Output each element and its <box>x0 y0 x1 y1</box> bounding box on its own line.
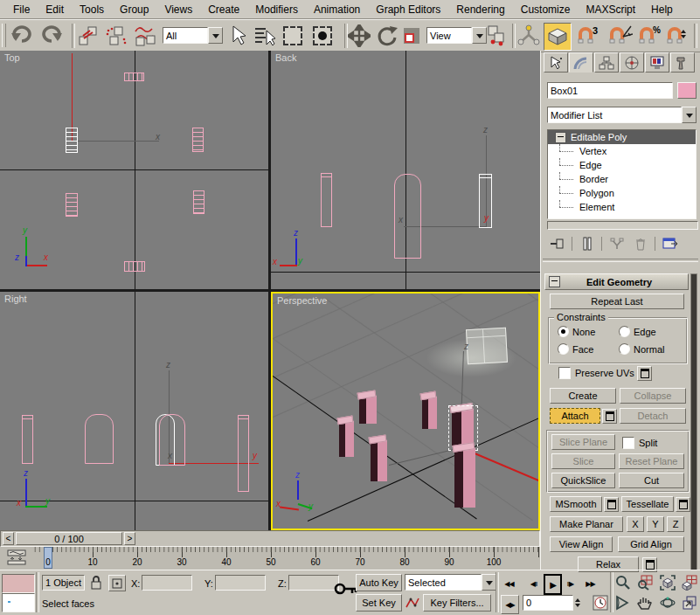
select-and-move-button[interactable] <box>348 24 371 47</box>
zoom-button[interactable] <box>613 574 632 591</box>
stack-subitem-vertex[interactable]: Vertex <box>548 144 696 158</box>
slice-plane-button[interactable]: Slice Plane <box>551 434 615 450</box>
unlink-selection-button[interactable] <box>105 25 128 46</box>
cut-button[interactable]: Cut <box>619 473 684 488</box>
tessellate-settings-button[interactable] <box>676 497 690 512</box>
angle-snap-toggle[interactable] <box>608 25 633 45</box>
next-frame-button[interactable]: ‖▶ <box>562 575 579 592</box>
zoom-all-button[interactable] <box>635 574 654 591</box>
msmooth-settings-button[interactable] <box>604 497 619 512</box>
scene-box[interactable] <box>66 193 78 217</box>
set-keys-button[interactable] <box>334 581 358 597</box>
selection-filter-arrow[interactable] <box>208 27 223 44</box>
bind-to-space-warp-button[interactable] <box>133 24 157 47</box>
panel-scrollbar[interactable] <box>690 273 697 570</box>
viewport-back-label[interactable]: Back <box>275 52 296 63</box>
scene-box-selected[interactable] <box>479 174 492 228</box>
viewport-top-label[interactable]: Top <box>4 52 20 63</box>
arc-rotate-button[interactable] <box>658 594 676 612</box>
collapse-button[interactable]: Collapse <box>620 388 686 404</box>
tab-motion[interactable] <box>620 52 644 73</box>
attach-settings-button[interactable] <box>602 409 617 424</box>
key-mode-dropdown[interactable]: Selected <box>405 574 496 591</box>
object-name-field[interactable]: Box01 <box>547 82 673 99</box>
stack-subitem-border[interactable]: Border <box>548 172 696 186</box>
go-to-end-button[interactable]: ▶▶ <box>582 575 599 592</box>
tessellate-button[interactable]: Tessellate <box>621 496 674 512</box>
configure-modifier-sets-button[interactable] <box>661 235 679 252</box>
toolbar-grip[interactable] <box>2 24 6 47</box>
gizmo-x-axis[interactable] <box>72 141 159 142</box>
scene-box[interactable] <box>85 414 114 464</box>
scene-box[interactable] <box>124 73 144 81</box>
window-crossing-toggle[interactable] <box>313 26 332 45</box>
menu-customize[interactable]: Customize <box>513 1 579 18</box>
rollout-edit-geometry-header[interactable]: Edit Geometry <box>544 273 689 290</box>
pin-stack-button[interactable] <box>548 235 566 252</box>
detach-button[interactable]: Detach <box>620 408 686 424</box>
stack-subitem-element[interactable]: Element <box>548 200 696 214</box>
coord-system-arrow[interactable] <box>472 27 487 44</box>
time-slider-handle[interactable]: 0 / 100 <box>16 532 122 545</box>
split-checkbox[interactable]: Split <box>622 437 657 449</box>
menu-edit[interactable]: Edit <box>38 1 72 18</box>
time-next-button[interactable]: > <box>124 532 135 545</box>
scene-box[interactable] <box>159 414 185 466</box>
scene-box-3d[interactable] <box>371 440 387 481</box>
scene-box[interactable] <box>192 128 204 152</box>
select-and-manipulate-button[interactable] <box>517 24 540 47</box>
select-object-button[interactable] <box>227 25 246 46</box>
tab-hierarchy[interactable] <box>594 52 619 73</box>
menu-rendering[interactable]: Rendering <box>448 1 512 18</box>
y-coord-field[interactable] <box>215 575 266 591</box>
scene-box[interactable] <box>321 173 332 227</box>
selection-lock-toggle[interactable] <box>89 575 103 591</box>
grid-align-button[interactable]: Grid Align <box>618 536 684 552</box>
time-slider-track[interactable]: < 0 / 100 > <box>0 530 540 547</box>
percent-snap-toggle[interactable]: % <box>638 25 661 45</box>
tab-create[interactable] <box>544 52 568 73</box>
create-button[interactable]: Create <box>550 388 616 404</box>
select-by-name-button[interactable] <box>253 25 276 46</box>
spinner-snap-toggle[interactable] <box>666 25 686 45</box>
remove-modifier-button[interactable] <box>631 235 649 252</box>
key-mode-arrow[interactable] <box>482 574 496 591</box>
stack-item-editable-poly[interactable]: Editable Poly <box>548 130 696 144</box>
stack-subitem-edge[interactable]: Edge <box>548 158 696 172</box>
scene-box-3d[interactable] <box>339 421 354 457</box>
object-color-swatch[interactable] <box>677 82 697 99</box>
scene-box[interactable] <box>22 415 33 464</box>
set-key-button[interactable]: Set Key <box>356 594 402 612</box>
select-and-rotate-button[interactable] <box>376 24 399 47</box>
zoom-extents-button[interactable] <box>658 574 676 591</box>
select-and-scale-button[interactable] <box>402 26 421 45</box>
menu-file[interactable]: File <box>5 1 38 18</box>
make-planar-y-button[interactable]: Y <box>647 516 664 532</box>
make-planar-z-button[interactable]: Z <box>667 516 684 532</box>
view-align-button[interactable]: View Align <box>550 536 613 552</box>
preserve-uvs-settings-button[interactable] <box>637 366 652 381</box>
repeat-last-button[interactable]: Repeat Last <box>550 294 684 309</box>
menu-help[interactable]: Help <box>643 1 681 18</box>
track-ruler[interactable]: 0 10 20 30 40 50 60 70 80 90 100 <box>33 547 540 570</box>
menu-tools[interactable]: Tools <box>72 1 112 18</box>
rectangular-selection-region-button[interactable] <box>283 26 302 45</box>
viewport-top[interactable]: Top x y z x <box>0 51 268 289</box>
maxscript-macro-recorder[interactable] <box>2 574 35 593</box>
scene-box-3d[interactable] <box>454 448 475 508</box>
modifier-list-dropdown[interactable]: Modifier List <box>547 107 697 123</box>
show-end-result-button[interactable] <box>578 235 596 252</box>
radio-edge[interactable]: Edge <box>619 326 656 337</box>
frame-number-field[interactable]: 0 <box>523 595 573 611</box>
msmooth-button[interactable]: MSmooth <box>550 496 602 512</box>
collapse-minus-icon[interactable] <box>555 132 566 143</box>
zoom-extents-all-button[interactable] <box>680 574 698 591</box>
go-to-start-button[interactable]: ◀◀ <box>501 575 517 592</box>
time-prev-button[interactable]: < <box>3 532 14 545</box>
menu-animation[interactable]: Animation <box>306 1 368 18</box>
absolute-mode-toggle[interactable] <box>108 575 126 591</box>
track-bar[interactable]: 0 10 20 30 40 50 60 70 80 90 100 <box>0 547 540 570</box>
viewport-right[interactable]: Right z x y z x y <box>0 292 268 530</box>
scene-box-selected[interactable] <box>66 128 78 153</box>
viewport-right-label[interactable]: Right <box>4 294 27 304</box>
